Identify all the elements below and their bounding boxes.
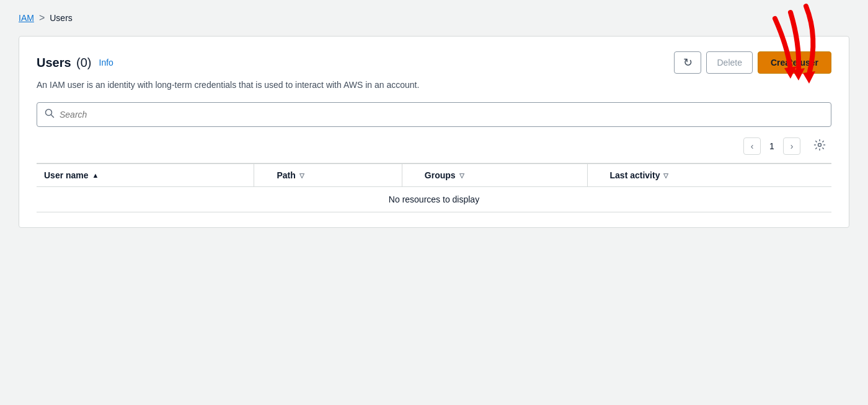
col-header-lastactivity[interactable]: Last activity ▽ — [603, 163, 831, 187]
col-sep-1 — [254, 163, 270, 187]
panel-title: Users (0) — [37, 56, 92, 70]
panel-actions: ↻ Delete Create user — [674, 51, 831, 74]
breadcrumb: IAM > Users — [19, 12, 849, 24]
pagination-prev-button[interactable]: ‹ — [743, 137, 761, 155]
breadcrumb-iam-link[interactable]: IAM — [19, 13, 34, 23]
delete-button[interactable]: Delete — [706, 51, 752, 74]
empty-message: No resources to display — [37, 187, 831, 212]
svg-point-5 — [818, 143, 822, 146]
create-user-button[interactable]: Create user — [758, 51, 831, 74]
sort-asc-icon: ▲ — [92, 172, 99, 179]
prev-icon: ‹ — [751, 141, 754, 151]
panel-title-group: Users (0) Info — [37, 56, 113, 70]
sort-desc-icon-groups: ▽ — [459, 172, 464, 179]
gear-icon — [813, 139, 826, 154]
panel-description: An IAM user is an identity with long-ter… — [37, 80, 831, 90]
sort-desc-icon-lastactivity: ▽ — [663, 172, 668, 179]
col-header-path[interactable]: Path ▽ — [269, 163, 402, 187]
search-bar — [37, 102, 831, 127]
info-link[interactable]: Info — [99, 58, 113, 68]
col-sep-2 — [402, 163, 417, 187]
refresh-button[interactable]: ↻ — [674, 51, 701, 74]
breadcrumb-users: Users — [50, 13, 73, 23]
users-table: User name ▲ Path ▽ Groups — [37, 163, 831, 212]
pagination-next-button[interactable]: › — [783, 137, 800, 155]
empty-row: No resources to display — [37, 187, 831, 212]
next-icon: › — [790, 141, 794, 151]
breadcrumb-separator: > — [39, 12, 45, 24]
table-settings-button[interactable] — [810, 137, 829, 155]
search-input[interactable] — [60, 110, 823, 120]
panel-header: Users (0) Info ↻ Delete Create user — [37, 51, 831, 74]
sort-desc-icon-path: ▽ — [299, 172, 304, 179]
col-header-groups[interactable]: Groups ▽ — [417, 163, 587, 187]
pagination-page: 1 — [766, 141, 778, 151]
search-icon — [45, 108, 55, 121]
pagination-row: ‹ 1 › — [37, 137, 831, 155]
main-panel: Users (0) Info ↻ Delete Create user An I… — [19, 36, 849, 228]
svg-line-4 — [51, 115, 53, 117]
col-header-username[interactable]: User name ▲ — [37, 163, 254, 187]
col-sep-3 — [587, 163, 603, 187]
refresh-icon: ↻ — [683, 56, 693, 69]
